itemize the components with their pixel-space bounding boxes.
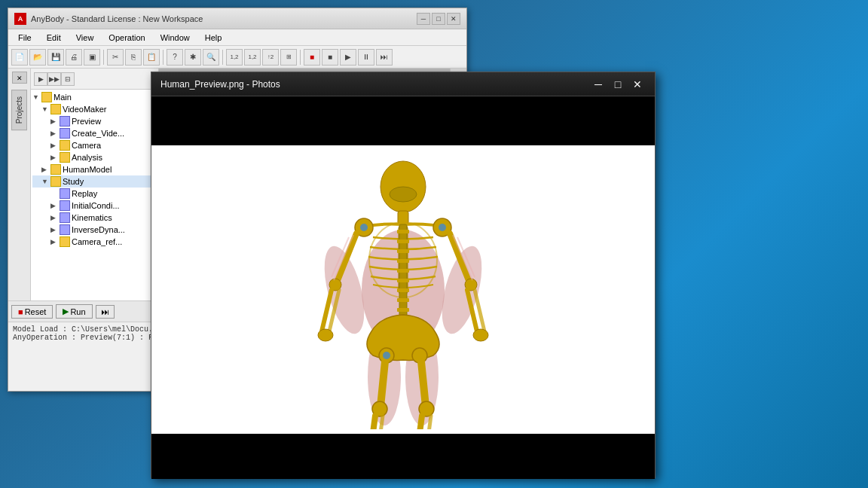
tree-item-kinematics[interactable]: ▶ Kinematics (32, 212, 157, 224)
expand-study: ▼ (41, 178, 50, 185)
svg-rect-11 (397, 230, 409, 233)
svg-point-24 (318, 329, 333, 341)
toolbar-extra[interactable]: ▣ (84, 49, 100, 66)
tree-item-cameraref[interactable]: ▶ Camera_ref... (32, 236, 157, 248)
tree-label-videomaker: VideoMaker (63, 105, 107, 114)
minimize-button[interactable]: ─ (417, 13, 430, 25)
folder-icon-main (41, 92, 52, 102)
anybody-titlebar: A AnyBody - Standard License : New Works… (8, 8, 466, 29)
reset-button[interactable]: ■ Reset (11, 305, 53, 319)
maximize-button[interactable]: □ (432, 13, 445, 25)
skeleton-svg (283, 151, 524, 429)
menu-bar: File Edit View Operation Window Help (8, 29, 466, 46)
menu-operation[interactable]: Operation (102, 31, 151, 44)
expand-preview: ▶ (50, 117, 60, 125)
toolbar-counter3[interactable]: ↑2 (262, 49, 279, 66)
expand-initialcondi: ▶ (50, 202, 60, 209)
toolbar-search[interactable]: 🔍 (203, 49, 219, 66)
toolbar-print[interactable]: 🖨 (66, 49, 82, 66)
folder-icon-videomaker (50, 104, 61, 114)
run-button[interactable]: ▶ Run (56, 304, 92, 319)
tree-item-createvideo[interactable]: ▶ Create_Vide... (32, 127, 157, 139)
toolbar-open[interactable]: 📂 (29, 49, 46, 66)
gear-icon-createvideo (60, 128, 70, 139)
toolbar-help[interactable]: ? (167, 49, 183, 66)
menu-view[interactable]: View (69, 31, 101, 44)
toolbar-extra2[interactable]: ⊞ (280, 49, 297, 66)
reset-label: Reset (25, 307, 47, 316)
tree-btn-1[interactable]: ▶ (34, 72, 47, 86)
tree-item-inversedyna[interactable]: ▶ InverseDyna... (32, 224, 157, 236)
tree-item-humanmodel[interactable]: ▶ HumanModel (32, 163, 157, 175)
photos-black-bottom (151, 434, 655, 479)
toolbar: 📄 📂 💾 🖨 ▣ ✂ ⎘ 📋 ? ✱ 🔍 1,2 1,2 ↑2 ⊞ ■ ■ ▶… (8, 46, 466, 69)
separator-1 (103, 50, 104, 65)
tree-item-initialcondi[interactable]: ▶ InitialCondi... (32, 200, 157, 212)
expand-humanmodel: ▶ (41, 166, 50, 173)
expand-cameraref: ▶ (50, 238, 60, 246)
svg-rect-18 (397, 298, 409, 302)
tree-label-kinematics: Kinematics (72, 213, 112, 222)
tree-label-preview: Preview (72, 117, 101, 126)
photos-maximize[interactable]: □ (610, 76, 626, 93)
photos-window: Human_Preview.png - Photos ─ □ ✕ (151, 72, 656, 478)
menu-file[interactable]: File (11, 31, 38, 44)
toolbar-step[interactable]: ⏭ (376, 49, 393, 66)
folder-icon-camera (60, 140, 70, 151)
anybody-title: AnyBody - Standard License : New Workspa… (31, 14, 417, 23)
menu-window[interactable]: Window (154, 31, 197, 44)
toolbar-stop[interactable]: ■ (322, 49, 338, 66)
svg-point-35 (383, 352, 390, 359)
expand-createvideo: ▶ (50, 130, 60, 137)
svg-rect-13 (397, 249, 409, 253)
tree-item-preview[interactable]: ▶ Preview (32, 115, 157, 127)
toolbar-counter2[interactable]: 1,2 (244, 49, 261, 66)
tree-btn-3[interactable]: ⊟ (61, 72, 75, 86)
menu-help[interactable]: Help (198, 31, 229, 44)
tree-label-cameraref: Camera_ref... (72, 237, 122, 246)
toolbar-info[interactable]: ✱ (185, 49, 201, 66)
svg-point-33 (360, 224, 368, 231)
svg-rect-16 (397, 279, 409, 282)
sidebar-collapse[interactable]: ✕ (12, 72, 27, 84)
tree-item-study[interactable]: ▼ Study (32, 175, 157, 188)
tree-label-humanmodel: HumanModel (63, 165, 112, 174)
tree-toolbar: ▶ ▶▶ ⊟ (31, 69, 158, 90)
toolbar-play[interactable]: ▶ (340, 49, 356, 66)
tree-label-replay: Replay (72, 189, 97, 198)
tree-btn-2[interactable]: ▶▶ (47, 72, 61, 86)
skeleton-container (151, 145, 655, 434)
tree-item-replay[interactable]: Replay (32, 188, 157, 200)
tree-item-main[interactable]: ▼ Main (32, 91, 157, 103)
tree-item-camera[interactable]: ▶ Camera (32, 139, 157, 151)
tree-label-study: Study (63, 177, 84, 186)
svg-rect-19 (397, 308, 409, 312)
expand-inversedyna: ▶ (50, 226, 60, 233)
projects-tab[interactable]: Projects (11, 90, 27, 130)
svg-rect-12 (397, 239, 409, 243)
run-label: Run (70, 307, 85, 316)
toolbar-cut[interactable]: ✂ (107, 49, 124, 66)
svg-point-34 (439, 224, 446, 231)
svg-rect-15 (397, 269, 409, 273)
gear-icon-kinematics (60, 212, 70, 223)
photos-minimize[interactable]: ─ (590, 76, 607, 93)
menu-edit[interactable]: Edit (40, 31, 68, 44)
tree-item-analysis[interactable]: ▶ Analysis (32, 151, 157, 163)
tree-label-createvideo: Create_Vide... (72, 129, 124, 138)
toolbar-copy[interactable]: ⎘ (125, 49, 142, 66)
toolbar-pause[interactable]: ⏸ (358, 49, 374, 66)
close-button[interactable]: ✕ (447, 13, 460, 25)
anybody-icon: A (14, 13, 26, 25)
step-button[interactable]: ⏭ (96, 305, 115, 319)
toolbar-record[interactable]: ■ (304, 49, 320, 66)
folder-icon-study (50, 176, 61, 187)
photos-close[interactable]: ✕ (629, 76, 646, 93)
toolbar-counter1[interactable]: 1,2 (226, 49, 243, 66)
tree-item-videomaker[interactable]: ▼ VideoMaker (32, 103, 157, 115)
toolbar-save[interactable]: 💾 (47, 49, 64, 66)
toolbar-new[interactable]: 📄 (11, 49, 28, 66)
gear-icon-initialcondi (60, 200, 70, 211)
toolbar-paste[interactable]: 📋 (143, 49, 160, 66)
separator-4 (300, 50, 301, 65)
